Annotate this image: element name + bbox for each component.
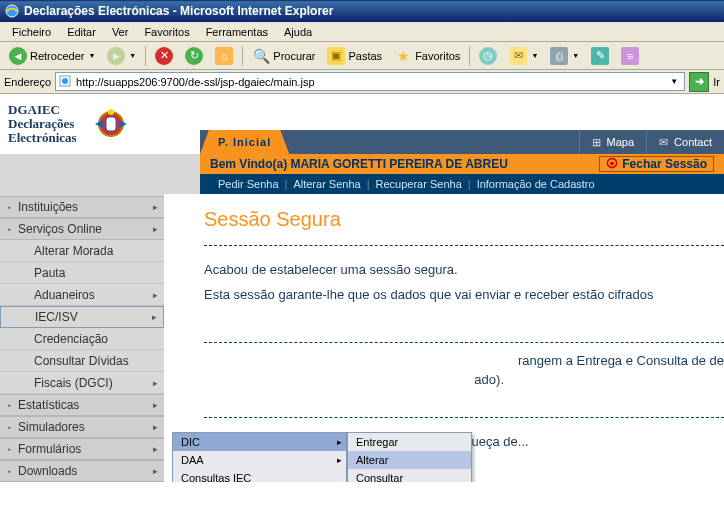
refresh-button[interactable]: ↻ xyxy=(180,44,208,68)
topnav-contact[interactable]: ✉Contact xyxy=(646,130,724,154)
search-button[interactable]: 🔍Procurar xyxy=(247,44,320,68)
flyout-item-dic[interactable]: DIC▸ xyxy=(173,433,346,451)
menubar: Ficheiro Editar Ver Favoritos Ferramenta… xyxy=(0,22,724,42)
content-p3a: rangem a Entrega e Consulta de de xyxy=(204,353,724,368)
flyout-item-daa[interactable]: DAA▸ xyxy=(173,451,346,469)
dropdown-icon: ▼ xyxy=(531,52,538,59)
flyout-item-entregar[interactable]: Entregar xyxy=(348,433,471,451)
divider xyxy=(204,342,724,343)
sidebar-item-simuladores[interactable]: ▪Simuladores▸ xyxy=(0,416,164,438)
chevron-right-icon: ▸ xyxy=(153,400,158,410)
close-session-label: Fechar Sessão xyxy=(622,157,707,171)
flyout-item-consultas-iec[interactable]: Consultas IEC xyxy=(173,469,346,482)
sidebar-item-label: Pauta xyxy=(34,266,65,280)
topnav-mapa[interactable]: ⊞Mapa xyxy=(579,130,647,154)
subnav-recuperar-senha[interactable]: Recuperar Senha xyxy=(376,178,462,190)
sidebar-item-formularios[interactable]: ▪Formulários▸ xyxy=(0,438,164,460)
brand-text: DGAIEC Declarações Electrónicas xyxy=(8,103,77,145)
dropdown-icon: ▼ xyxy=(129,52,136,59)
flyout-item-alterar[interactable]: Alterar xyxy=(348,451,471,469)
forward-button[interactable]: ► ▼ xyxy=(102,44,141,68)
print-button[interactable]: ⎙▼ xyxy=(545,44,584,68)
menu-tools[interactable]: Ferramentas xyxy=(198,24,276,40)
flyout-dic: Entregar Alterar Consultar Gerir xyxy=(347,432,472,482)
sidebar-item-fiscais-dgci[interactable]: Fiscais (DGCI)▸ xyxy=(0,372,164,394)
window-titlebar: Declarações Electrónicas - Microsoft Int… xyxy=(0,0,724,22)
sidebar-item-credenciacao[interactable]: Credenciação xyxy=(0,328,164,350)
separator xyxy=(242,46,243,66)
sidebar-item-pauta[interactable]: Pauta xyxy=(0,262,164,284)
welcome-grey-spacer xyxy=(0,154,200,174)
flyout-item-label: Consultar xyxy=(356,472,403,482)
menu-view[interactable]: Ver xyxy=(104,24,137,40)
content-p2: Esta sessão garante-lhe que os dados que… xyxy=(204,287,724,302)
svg-point-5 xyxy=(108,109,114,115)
tab-inicial[interactable]: P. Inicial xyxy=(200,130,289,154)
sidebar-item-downloads[interactable]: ▪Downloads▸ xyxy=(0,460,164,482)
menu-file[interactable]: Ficheiro xyxy=(4,24,59,40)
edit-icon: ✎ xyxy=(591,47,609,65)
sidebar-item-label: Formulários xyxy=(18,442,81,456)
chevron-right-icon: ▸ xyxy=(152,312,157,322)
sidebar-item-instituicoes[interactable]: ▪Instituições▸ xyxy=(0,196,164,218)
sitemap-icon: ⊞ xyxy=(592,136,601,149)
back-button[interactable]: ◄ Retroceder ▼ xyxy=(4,44,100,68)
history-icon: ◷ xyxy=(479,47,497,65)
toolbar: ◄ Retroceder ▼ ► ▼ ✕ ↻ ⌂ 🔍Procurar ▣Past… xyxy=(0,42,724,70)
flyout-item-consultar[interactable]: Consultar xyxy=(348,469,471,482)
close-icon: ⦿ xyxy=(606,157,618,171)
mail-button[interactable]: ✉▼ xyxy=(504,44,543,68)
home-icon: ⌂ xyxy=(215,47,233,65)
menu-edit[interactable]: Editar xyxy=(59,24,104,40)
back-label: Retroceder xyxy=(30,50,84,62)
chevron-right-icon: ▸ xyxy=(337,437,342,447)
edit-button[interactable]: ✎ xyxy=(586,44,614,68)
content-p1: Acabou de estabelecer uma sessão segura. xyxy=(204,262,724,277)
home-button[interactable]: ⌂ xyxy=(210,44,238,68)
sidebar-item-alterar-morada[interactable]: Alterar Morada xyxy=(0,240,164,262)
address-input[interactable]: http://suapps206:9700/de-ssl/jsp-dgaiec/… xyxy=(55,72,685,91)
brand-line1: DGAIEC xyxy=(8,103,77,117)
menu-favorites[interactable]: Favoritos xyxy=(136,24,197,40)
sidebar-item-servicos-online[interactable]: ▪Serviços Online▸ xyxy=(0,218,164,240)
chevron-right-icon: ▸ xyxy=(153,378,158,388)
page-body: DGAIEC Declarações Electrónicas P. Inici… xyxy=(0,94,724,482)
address-url: http://suapps206:9700/de-ssl/jsp-dgaiec/… xyxy=(72,76,666,88)
folders-button[interactable]: ▣Pastas xyxy=(322,44,387,68)
go-button[interactable]: ➜ xyxy=(689,72,709,92)
address-dropdown-icon[interactable]: ▼ xyxy=(666,77,682,86)
sidebar-item-estatisticas[interactable]: ▪Estatísticas▸ xyxy=(0,394,164,416)
bullet-icon: ▪ xyxy=(8,203,11,212)
bullet-icon: ▪ xyxy=(8,467,11,476)
window-title: Declarações Electrónicas - Microsoft Int… xyxy=(24,4,333,18)
sidebar-item-label: Downloads xyxy=(18,464,77,478)
discuss-icon: ≡ xyxy=(621,47,639,65)
flyout-item-label: Consultas IEC xyxy=(181,472,251,482)
page-header: DGAIEC Declarações Electrónicas P. Inici… xyxy=(0,94,724,154)
menu-help[interactable]: Ajuda xyxy=(276,24,320,40)
ie-icon xyxy=(4,3,20,19)
history-button[interactable]: ◷ xyxy=(474,44,502,68)
svg-rect-4 xyxy=(106,117,116,131)
separator xyxy=(145,46,146,66)
favorites-button[interactable]: ★Favoritos xyxy=(389,44,465,68)
stop-icon: ✕ xyxy=(155,47,173,65)
content-p3b: ado). xyxy=(204,372,504,387)
favorites-label: Favoritos xyxy=(415,50,460,62)
subnav-pedir-senha[interactable]: Pedir Senha xyxy=(218,178,279,190)
brand-line3: Electrónicas xyxy=(8,131,77,145)
discuss-button[interactable]: ≡ xyxy=(616,44,644,68)
subnav-alterar-senha[interactable]: Alterar Senha xyxy=(293,178,360,190)
close-session-button[interactable]: ⦿ Fechar Sessão xyxy=(599,156,714,172)
sidebar-item-aduaneiros[interactable]: Aduaneiros▸ xyxy=(0,284,164,306)
flyout-item-label: DAA xyxy=(181,454,204,466)
stop-button[interactable]: ✕ xyxy=(150,44,178,68)
sidebar-item-iec-isv[interactable]: IEC/ISV▸ xyxy=(0,306,164,328)
search-label: Procurar xyxy=(273,50,315,62)
sidebar-item-consultar-dividas[interactable]: Consultar Dívidas xyxy=(0,350,164,372)
subnav-info-cadastro[interactable]: Informação de Cadastro xyxy=(477,178,595,190)
chevron-right-icon: ▸ xyxy=(153,202,158,212)
sidebar-item-label: Credenciação xyxy=(34,332,108,346)
bullet-icon: ▪ xyxy=(8,423,11,432)
flyout-item-label: DIC xyxy=(181,436,200,448)
